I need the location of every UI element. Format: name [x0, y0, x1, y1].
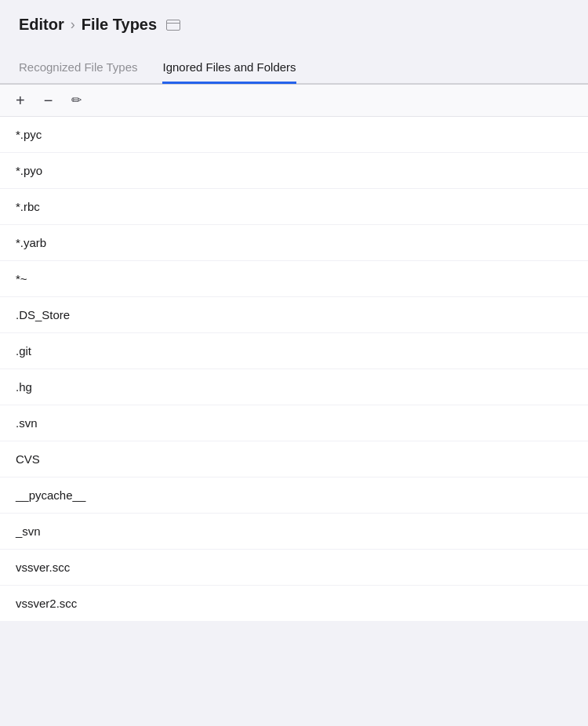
list-item: vssver.scc — [0, 550, 588, 586]
breadcrumb-file-types: File Types — [82, 16, 157, 34]
edit-button[interactable]: ✏ — [68, 93, 85, 108]
list-item: *.pyo — [0, 153, 588, 189]
list-item: .hg — [0, 369, 588, 405]
tabs-container: Recognized File Types Ignored Files and … — [0, 53, 588, 84]
list-item: CVS — [0, 441, 588, 477]
list-item: *.yarb — [0, 225, 588, 261]
list-item: vssver2.scc — [0, 586, 588, 621]
list-item: __pycache__ — [0, 477, 588, 514]
content-area: + − ✏ *.pyc*.pyo*.rbc*.yarb*~.DS_Store.g… — [0, 84, 588, 621]
list-item: .svn — [0, 405, 588, 441]
list-item: *.pyc — [0, 117, 588, 153]
list-item: *~ — [0, 261, 588, 297]
add-button[interactable]: + — [13, 91, 28, 110]
tab-ignored[interactable]: Ignored Files and Folders — [162, 53, 296, 84]
window-icon[interactable] — [166, 20, 180, 31]
toolbar: + − ✏ — [0, 85, 588, 117]
file-list: *.pyc*.pyo*.rbc*.yarb*~.DS_Store.git.hg.… — [0, 117, 588, 621]
list-item: _svn — [0, 514, 588, 550]
list-item: *.rbc — [0, 189, 588, 225]
header: Editor › File Types — [0, 0, 588, 34]
breadcrumb-editor: Editor — [19, 16, 64, 34]
breadcrumb-separator: › — [71, 16, 75, 33]
list-item: .git — [0, 333, 588, 369]
tab-recognized[interactable]: Recognized File Types — [19, 53, 137, 84]
remove-button[interactable]: − — [41, 91, 56, 110]
list-item: .DS_Store — [0, 297, 588, 333]
